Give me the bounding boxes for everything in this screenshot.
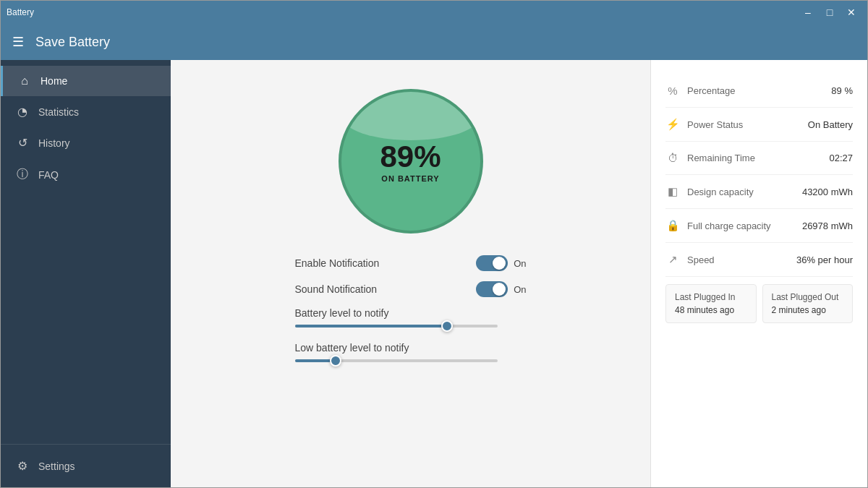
left-panel: 89% ON BATTERY Enable Notification On [171, 60, 650, 487]
stat-row-design-capacity: ◧ Design capacity 43200 mWh [665, 175, 853, 209]
app-title: Save Battery [35, 35, 110, 50]
battery-level-section: Battery level to notify [295, 307, 527, 328]
speed-label: Speed [687, 254, 715, 265]
sidebar-item-home[interactable]: ⌂ Home [1, 66, 171, 96]
enable-notification-toggle-container: On [476, 255, 526, 271]
design-capacity-value: 43200 mWh [802, 187, 853, 197]
sound-notification-toggle[interactable] [476, 281, 508, 297]
maximize-button[interactable]: □ [820, 4, 840, 20]
battery-percent-display: 89% [380, 140, 441, 174]
stat-row-speed: ↗ Speed 36% per hour [665, 243, 853, 277]
sidebar-item-history[interactable]: ↺ History [1, 127, 171, 158]
history-icon: ↺ [15, 136, 30, 150]
enable-notification-knob [493, 257, 506, 270]
sidebar-item-history-label: History [38, 137, 70, 149]
sidebar-bottom: ⚙ Settings [1, 444, 171, 487]
battery-level-label: Battery level to notify [295, 307, 527, 319]
stat-row-remaining-time: ⏱ Remaining Time 02:27 [665, 142, 853, 175]
design-capacity-label: Design capacity [687, 187, 754, 197]
low-battery-level-section: Low battery level to notify [295, 342, 527, 362]
battery-status-display: ON BATTERY [381, 174, 439, 183]
remaining-time-value: 02:27 [829, 153, 853, 163]
window-controls: – □ ✕ [798, 4, 861, 20]
battery-level-thumb[interactable] [441, 320, 453, 332]
sound-notification-row: Sound Notification On [295, 281, 527, 297]
battery-circle-container: 89% ON BATTERY [339, 89, 483, 234]
app-window: Battery – □ ✕ ☰ Save Battery ⌂ Home ◔ St… [0, 0, 868, 488]
home-icon: ⌂ [17, 74, 32, 87]
power-status-label: Power Status [687, 119, 743, 130]
percentage-label: Percentage [687, 85, 736, 96]
percentage-icon: % [665, 85, 680, 97]
faq-icon: ⓘ [15, 167, 30, 182]
low-battery-level-thumb[interactable] [330, 355, 341, 367]
enable-notification-row: Enable Notification On [295, 255, 527, 271]
sound-notification-toggle-container: On [476, 281, 526, 297]
enable-notification-label: Enable Notification [295, 257, 380, 269]
sidebar-item-faq-label: FAQ [38, 169, 59, 181]
sidebar-item-statistics-label: Statistics [38, 106, 79, 118]
power-status-value: On Battery [808, 119, 853, 130]
full-charge-value: 26978 mWh [802, 221, 853, 231]
content: 89% ON BATTERY Enable Notification On [171, 60, 867, 487]
last-plugged-out-value: 2 minutes ago [772, 305, 844, 315]
full-charge-label: Full charge capacity [687, 221, 771, 231]
sidebar: ⌂ Home ◔ Statistics ↺ History ⓘ FAQ [1, 60, 171, 487]
minimize-button[interactable]: – [798, 4, 818, 20]
settings-item[interactable]: ⚙ Settings [15, 453, 156, 479]
nav-items: ⌂ Home ◔ Statistics ↺ History ⓘ FAQ [1, 60, 171, 444]
statistics-icon: ◔ [15, 105, 30, 119]
sidebar-item-faq[interactable]: ⓘ FAQ [1, 158, 171, 191]
settings-label: Settings [38, 461, 75, 472]
controls-section: Enable Notification On Sound Notificatio… [295, 255, 527, 377]
enable-notification-toggle[interactable] [476, 255, 508, 271]
last-plugged-out-label: Last Plugged Out [772, 292, 844, 302]
last-plugged-in-value: 48 minutes ago [675, 305, 747, 315]
plug-section: Last Plugged In 48 minutes ago Last Plug… [665, 284, 853, 323]
low-battery-level-label: Low battery level to notify [295, 342, 527, 354]
hamburger-icon[interactable]: ☰ [12, 34, 24, 50]
app-body: ⌂ Home ◔ Statistics ↺ History ⓘ FAQ [1, 60, 867, 487]
remaining-time-label: Remaining Time [687, 153, 755, 163]
stat-row-full-charge: 🔒 Full charge capacity 26978 mWh [665, 209, 853, 243]
sidebar-item-statistics[interactable]: ◔ Statistics [1, 96, 171, 127]
full-charge-icon: 🔒 [665, 219, 680, 232]
title-bar: Battery – □ ✕ [1, 1, 867, 24]
design-capacity-icon: ◧ [665, 185, 680, 198]
stat-row-power-status: ⚡ Power Status On Battery [665, 108, 853, 142]
last-plugged-in-label: Last Plugged In [675, 292, 747, 302]
sound-notification-label: Sound Notification [295, 283, 378, 295]
last-plugged-out-box: Last Plugged Out 2 minutes ago [762, 284, 854, 323]
battery-circle: 89% ON BATTERY [339, 89, 483, 234]
last-plugged-in-box: Last Plugged In 48 minutes ago [665, 284, 757, 323]
speed-value: 36% per hour [796, 254, 853, 265]
percentage-value: 89 % [831, 85, 853, 96]
power-status-icon: ⚡ [665, 118, 680, 131]
low-battery-level-track [295, 359, 498, 362]
remaining-time-icon: ⏱ [665, 152, 680, 164]
settings-icon: ⚙ [15, 459, 30, 473]
window-title: Battery [7, 7, 34, 17]
speed-icon: ↗ [665, 253, 680, 266]
battery-level-fill [295, 325, 447, 328]
battery-level-track [295, 325, 498, 328]
stat-row-percentage: % Percentage 89 % [665, 74, 853, 108]
battery-wave [341, 92, 480, 140]
close-button[interactable]: ✕ [841, 4, 861, 20]
sound-notification-knob [493, 283, 506, 296]
enable-notification-value: On [514, 258, 526, 269]
app-header: ☰ Save Battery [1, 24, 867, 60]
right-panel: % Percentage 89 % ⚡ Power Status On Batt… [650, 60, 867, 487]
sidebar-item-home-label: Home [41, 75, 67, 87]
sound-notification-value: On [514, 284, 526, 295]
